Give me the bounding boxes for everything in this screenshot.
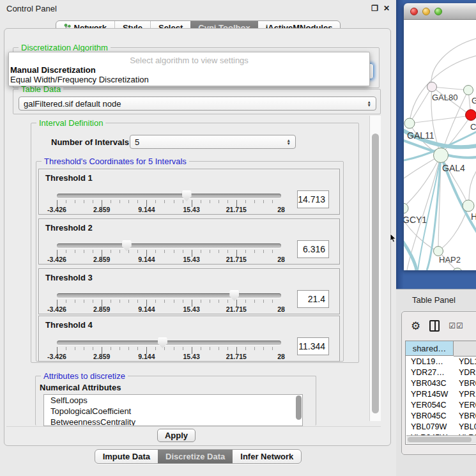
network-canvas[interactable]: GAL80GACGAL11GAL4GCY1HHAP2 [404,20,476,270]
attribute-item[interactable]: SelfLoops [44,395,302,406]
threshold-3-slider-track[interactable] [57,293,281,298]
node-label: GAL11 [407,130,434,141]
table-body: YDL19…YDL1YDR27…YDR2YBR043CYBR0YPR145WYP… [406,356,476,445]
interval-definition-title: Interval Definition [36,118,105,128]
panel-scrollbar[interactable] [369,116,381,421]
network-node[interactable] [463,200,474,211]
network-window-titlebar[interactable] [404,3,476,20]
table-data-combobox[interactable]: galFiltered.sif default node ▲▼ [19,96,376,111]
slider-tick-labels: -3.4262.8599.14415.4321.71528 [57,256,281,263]
node-label: C [470,122,476,132]
numerical-attributes-list[interactable]: SelfLoopsTopologicalCoefficientBetweenne… [43,394,303,426]
node-attribute-table[interactable]: shared… na YDL19…YDL1YDR27…YDR2YBR043CYB… [405,341,476,445]
table-header-row: shared… na [406,341,476,356]
table-row[interactable]: YDL19…YDL1 [406,356,476,367]
node-label: GAL80 [432,93,457,102]
dropdown-item-equal-width[interactable]: Equal Width/Frequency Discretization [9,75,369,84]
network-node[interactable] [464,86,473,95]
close-panel-icon[interactable]: ✕ [383,4,390,13]
network-window: GAL80GACGAL11GAL4GCY1HHAP2 [404,3,476,270]
control-panel: Control Panel ❐ ✕ Network Style Select C… [0,0,396,476]
slider-tick-labels: -3.4262.8599.14415.4321.71528 [57,305,281,313]
threshold-2-slider-track[interactable] [57,243,281,248]
number-of-intervals-combobox[interactable]: 5 ▲▼ [130,135,296,149]
threshold-4-label: Threshold 4 [45,320,93,330]
table-panel-titlebar: Table Panel [396,289,476,311]
algorithm-group-title: Discretization Algorithm [19,43,111,52]
network-node[interactable] [466,110,476,121]
node-label: HAP2 [439,255,461,265]
threshold-1-slider-track[interactable] [57,194,281,198]
column-layout-icon[interactable] [429,320,440,332]
threshold-4-value-field[interactable]: 11.344 [297,337,329,355]
float-panel-icon[interactable]: ❐ [371,4,378,13]
table-horizontal-scrollbar[interactable] [406,435,476,443]
attribute-item[interactable]: BetweennessCentrality [44,417,302,426]
table-data-group: Table Data galFiltered.sif default node … [13,89,381,114]
threshold-1-label: Threshold 1 [45,173,93,183]
panel-scrollbar-thumb[interactable] [372,134,379,413]
table-row[interactable]: YER054CYER0 [406,399,476,410]
slider-tick-labels: -3.4262.8599.14415.4321.71528 [57,353,281,360]
node-label: GAL4 [442,163,465,173]
dropdown-hint: Select algorithm to view settings [9,56,369,65]
divider [6,426,381,427]
table-row[interactable]: YBR043CYBR0 [406,378,476,388]
attribute-item[interactable]: TopologicalCoefficient [44,406,302,417]
threshold-4-box: Threshold 4 -3.4262.8599.14415.4321.7152… [38,316,340,362]
minimize-window-icon[interactable] [422,8,430,15]
table-panel-card: ⚙ ☑☑ shared… na YDL19…YDL1YDR27…YDR2YBR0… [401,311,476,455]
network-node[interactable] [427,82,437,92]
panel-background [396,455,476,476]
zoom-window-icon[interactable] [434,8,442,15]
table-row[interactable]: YPR145WYPR1 [406,388,476,399]
threshold-1-box: Threshold 1 -3.4262.8599.14415.4321.7152… [38,169,340,215]
table-data-value: galFiltered.sif default node [24,99,121,109]
node-label: GCY1 [404,215,427,225]
table-panel-title: Table Panel [412,295,456,305]
checkbox-icons[interactable]: ☑☑ [449,321,464,330]
threshold-2-label: Threshold 2 [45,223,93,233]
mouse-cursor [390,234,397,243]
threshold-3-value-field[interactable]: 21.4 [297,290,329,308]
attributes-list-scrollbar[interactable] [296,395,302,420]
tab-infer-network[interactable]: Infer Network [233,450,301,463]
network-node[interactable] [434,148,449,163]
number-of-intervals-value: 5 [135,137,139,147]
table-row[interactable]: YBL079WYBL0 [406,421,476,432]
node-label: GA [472,96,476,105]
table-row[interactable]: YDR27…YDR2 [406,367,476,378]
table-scrollbar-thumb[interactable] [408,437,472,442]
threshold-3-box: Threshold 3 -3.4262.8599.14415.4321.7152… [38,268,340,314]
slider-tick-labels: -3.4262.8599.14415.4321.71528 [57,206,281,213]
threshold-4-slider-track[interactable] [57,341,281,345]
tab-discretize-data[interactable]: Discretize Data [158,450,233,463]
stepper-arrows-icon: ▲▼ [367,100,371,107]
panel-background [396,311,401,455]
close-window-icon[interactable] [410,8,418,15]
control-panel-titlebar: Control Panel ❐ ✕ [0,0,396,17]
settings-gear-icon[interactable]: ⚙ [411,321,420,332]
panel-title: Control Panel [6,4,57,13]
network-node[interactable] [404,118,415,128]
dropdown-item-manual-discretization[interactable]: Manual Discretization [9,65,369,75]
node-label: H [471,211,476,222]
number-of-intervals-label: Number of Intervals [51,137,129,147]
column-header-name[interactable]: na [454,341,476,357]
tab-impute-data[interactable]: Impute Data [95,450,158,463]
apply-button[interactable]: Apply [157,429,196,442]
table-row[interactable]: YBR045CYBR0 [406,410,476,421]
network-node[interactable] [404,203,408,213]
attributes-group-title: Attributes to discretize [41,371,128,381]
thresholds-group-title: Threshold's Coordinates for 5 Intervals [42,157,189,166]
numerical-attributes-label: Numerical Attributes [40,383,121,392]
screen: { "window": { "title": "Control Panel", … [0,0,476,476]
column-header-shared[interactable]: shared… [406,341,454,356]
table-toolbar: ⚙ ☑☑ [402,312,476,340]
threshold-2-box: Threshold 2 -3.4262.8599.14415.4321.7152… [38,219,340,265]
bottom-tab-strip: Impute Data Discretize Data Infer Networ… [0,449,396,464]
threshold-2-value-field[interactable]: 6.316 [297,240,329,258]
threshold-1-value-field[interactable]: 14.713 [297,190,329,208]
stepper-arrows-icon: ▲▼ [287,139,291,145]
threshold-3-label: Threshold 3 [45,273,93,282]
